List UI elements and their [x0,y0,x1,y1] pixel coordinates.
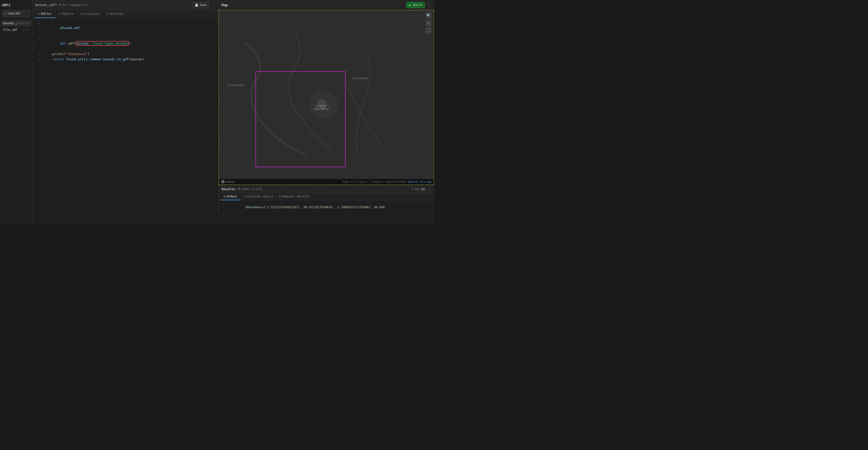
tab-module[interactable]: ⬡ Module [55,10,77,18]
sidebar-item-tile-udf[interactable]: tile_udf ⊘ ✕ ∨ [1,27,31,33]
editor-panel: bounds_udf* File (viewport) ▾ 💾 Save ⋮ ◇… [32,0,218,225]
save-button[interactable]: 💾 Save [192,2,209,8]
chevron-down-icon-2[interactable]: ∨ [28,28,29,31]
map-search-button[interactable]: 🔍 [426,12,432,19]
sidebar: UDFs « ⬡ Add UDF bounds_udf* ⊞ 👁 ✕ ∨ til… [0,0,32,225]
tab-settings[interactable]: ⚙ Settings [103,10,127,18]
editor-tabs: ◇ Editor ⬡ Module ◈ Visualize ⚙ Settings [32,10,218,18]
save-icon: 💾 [195,3,198,7]
results-panel: Results 48.6360,-1.5122 0.59s ⋮ ≡ Stdout… [218,185,434,225]
code-line-3: 3 print(f"{bounds=}") [32,52,218,57]
sidebar-item-bounds-udf[interactable]: bounds_udf* ⊞ 👁 ✕ ∨ [1,20,31,26]
map-attribution-text: Made with Fused | © Mapbox © OpenStreetM… [343,180,432,183]
decorator-token: @fused.udf [60,26,80,30]
results-coordinates: 48.6360,-1.5122 [237,188,262,191]
result-line-1: 1 bbox=bbox=[-1.5223219594525617, 48.631… [220,202,432,213]
bounds-udf-icons: ⊞ 👁 ✕ ∨ [19,22,29,25]
eye-icon[interactable]: 👁 [21,22,24,25]
map-more-button[interactable]: ⋮ [427,2,431,7]
module-tab-icon: ⬡ [59,12,61,16]
function-name: udf [68,41,74,45]
editor-more-button[interactable]: ⋮ [211,3,215,7]
editor-topbar: bounds_udf* File (viewport) ▾ 💾 Save ⋮ [32,0,218,10]
eye-off-icon[interactable]: ⊘ [22,28,24,31]
tab-editor[interactable]: ◇ Editor [34,10,55,18]
sidebar-header: UDFs « [0,2,32,9]
map-viewport[interactable]: Le Couesnon Le Couesnon Le Mont-Saint-Mi… [218,10,434,185]
run-button[interactable]: ▶ Run ▾ [406,2,425,8]
result-line-2: 2 [220,213,432,216]
request-details-tab-icon: ⊞ [279,195,281,198]
results-more-button[interactable]: ⋮ [427,187,431,192]
editor-filename: bounds_udf* [35,3,57,7]
add-udf-icon: ⬡ [4,12,7,15]
map-title: Map [221,3,406,7]
map-topbar: Map ▶ Run ▾ ⋮ [218,0,434,10]
code-line-1: 1 @fused.udf [32,20,218,36]
close-icon[interactable]: ✕ [25,22,27,25]
results-tab-selected-object[interactable]: □ Selected object [240,193,276,200]
file-badge: File (viewport) [59,3,86,7]
edit-icon[interactable]: ⊞ [19,22,20,25]
file-menu-chevron: ▾ [87,3,89,7]
tab-visualize[interactable]: ◈ Visualize [77,10,103,18]
svg-point-2 [222,181,223,182]
time-progress-bar [421,188,425,191]
code-line-4: 4 return fused.utils.common.bounds_to_gd… [32,57,218,62]
bounds-udf-name: bounds_udf* [3,22,19,25]
results-title: Results [221,187,235,191]
tile-udf-name: tile_udf [3,28,22,31]
mont-saint-michel-circle [317,100,327,109]
run-icon: ▶ [409,3,412,7]
tile-udf-icons: ⊘ ✕ ∨ [22,28,29,31]
chevron-down-icon[interactable]: ∨ [28,22,29,25]
keyword-def: def [60,41,68,45]
code-line-2: 2 def udf(bounds: fused.types.Bounds): [32,36,218,51]
map-attribution: mapbox Made with Fused | © Mapbox © Open… [219,179,434,185]
file-viewport-menu[interactable]: File (viewport) ▾ [59,3,89,7]
results-tab-request-details[interactable]: ⊞ Request details [276,193,312,200]
highlight-bounds-param: bounds: fused.types.Bounds [76,41,129,46]
close-icon-2[interactable]: ✕ [25,28,27,31]
code-editor[interactable]: 1 @fused.udf 2 def udf(bounds: fused.typ… [32,18,218,225]
mapbox-wordmark: mapbox [226,180,235,183]
settings-tab-icon: ⚙ [106,12,108,16]
map-controls: 🔍 ◎ ⛶ [426,12,432,33]
map-background: Le Couesnon Le Couesnon Le Mont-Saint-Mi… [219,10,434,185]
stdout-tab-icon: ≡ [223,195,225,198]
sidebar-collapse-button[interactable]: « [29,3,30,7]
mapbox-circle-icon [221,180,225,184]
map-location-button[interactable]: ◎ [426,20,432,26]
results-tab-stdout[interactable]: ≡ Stdout [220,193,240,200]
improve-map-link[interactable]: Improve this map [407,180,432,183]
results-content: 1 bbox=bbox=[-1.5223219594525617, 48.631… [218,200,434,225]
run-chevron: ▾ [420,3,422,7]
results-time: 0.59s [412,188,425,191]
selected-object-tab-icon: □ [243,195,245,198]
visualize-tab-icon: ◈ [80,12,82,16]
result-output-1: bbox=bbox=[-1.5223219594525617, 48.63119… [227,202,385,213]
sidebar-title: UDFs [2,3,10,7]
map-panel: Map ▶ Run ▾ ⋮ Le Coues [218,0,434,225]
results-tabs: ≡ Stdout □ Selected object ⊞ Request det… [218,193,434,200]
mapbox-logo: mapbox [221,180,235,184]
map-fullscreen-button[interactable]: ⛶ [426,28,432,33]
map-svg [219,10,434,185]
results-header: Results 48.6360,-1.5122 0.59s ⋮ [218,185,434,193]
editor-tab-icon: ◇ [38,12,40,16]
add-udf-button[interactable]: ⬡ Add UDF [2,10,30,17]
